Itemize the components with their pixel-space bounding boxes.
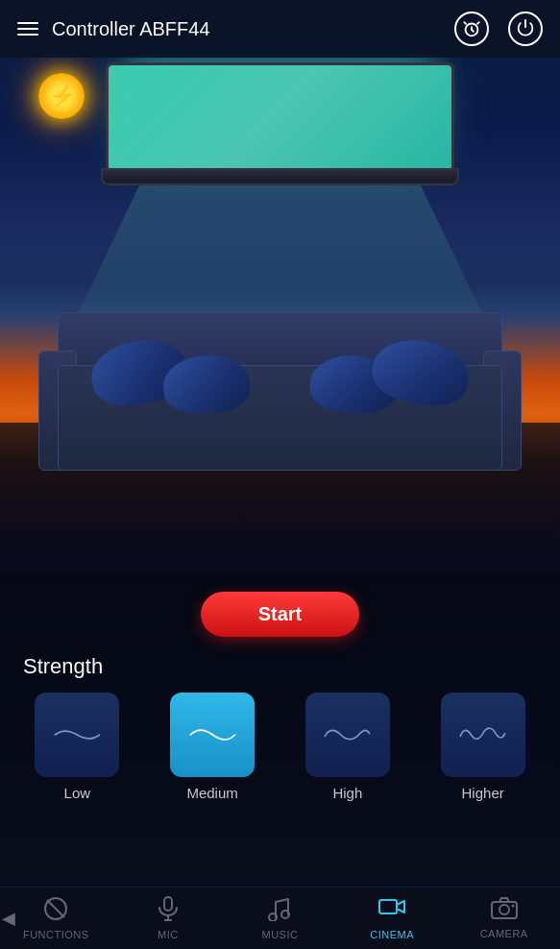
svg-rect-5 bbox=[164, 897, 172, 911]
lightning-icon: ⚡ bbox=[49, 84, 75, 109]
header-icons bbox=[454, 12, 543, 46]
strength-grid: Low Medium High bbox=[0, 693, 560, 801]
back-arrow-button[interactable]: ◀ bbox=[0, 887, 17, 949]
alarm-button[interactable] bbox=[454, 12, 489, 46]
scene: ⚡ bbox=[0, 0, 560, 634]
functions-label: FUNCTIONS bbox=[23, 929, 89, 940]
strength-low-label: Low bbox=[64, 785, 91, 801]
header: Controller ABFF44 bbox=[0, 0, 560, 58]
power-button[interactable] bbox=[508, 12, 543, 46]
strength-label: Strength bbox=[0, 637, 560, 693]
cinema-label: Cinema bbox=[370, 929, 414, 940]
bottom-panel: Start Strength Low Medium bbox=[0, 574, 560, 887]
strength-higher-button[interactable] bbox=[441, 693, 525, 777]
laptop-frame bbox=[106, 62, 454, 173]
music-label: MUSIC bbox=[262, 929, 299, 940]
start-button[interactable]: Start bbox=[201, 592, 360, 637]
nav-item-music[interactable]: MUSIC bbox=[224, 888, 336, 949]
strength-high-button[interactable] bbox=[305, 693, 390, 777]
nav-item-camera[interactable]: CAMERA bbox=[448, 888, 560, 949]
menu-button[interactable] bbox=[17, 22, 38, 36]
sofa bbox=[38, 279, 522, 471]
nav-item-cinema[interactable]: Cinema bbox=[336, 888, 449, 949]
strength-higher-label: Higher bbox=[462, 785, 504, 801]
bottom-nav: ◀ FUNCTIONS MIC bbox=[0, 887, 560, 949]
svg-rect-10 bbox=[379, 900, 397, 913]
svg-point-13 bbox=[511, 905, 514, 908]
strength-low-button[interactable] bbox=[35, 693, 119, 777]
camera-label: CAMERA bbox=[480, 928, 528, 939]
strength-medium-button[interactable] bbox=[170, 693, 255, 777]
functions-icon bbox=[43, 896, 68, 925]
header-title: Controller ABFF44 bbox=[52, 18, 210, 40]
header-left: Controller ABFF44 bbox=[17, 18, 210, 40]
nav-item-mic[interactable]: MIC bbox=[112, 888, 225, 949]
laptop-base bbox=[101, 168, 459, 185]
sun-orb: ⚡ bbox=[38, 73, 85, 119]
start-button-container: Start bbox=[0, 574, 560, 637]
music-icon bbox=[268, 896, 291, 925]
strength-medium-label: Medium bbox=[186, 785, 237, 801]
strength-high-label: High bbox=[332, 785, 362, 801]
camera-icon bbox=[491, 897, 518, 924]
svg-point-12 bbox=[499, 905, 509, 914]
mic-label: MIC bbox=[158, 929, 179, 940]
svg-line-4 bbox=[47, 900, 64, 917]
mic-icon bbox=[158, 896, 179, 925]
svg-line-2 bbox=[472, 30, 474, 32]
cinema-icon bbox=[377, 896, 406, 925]
